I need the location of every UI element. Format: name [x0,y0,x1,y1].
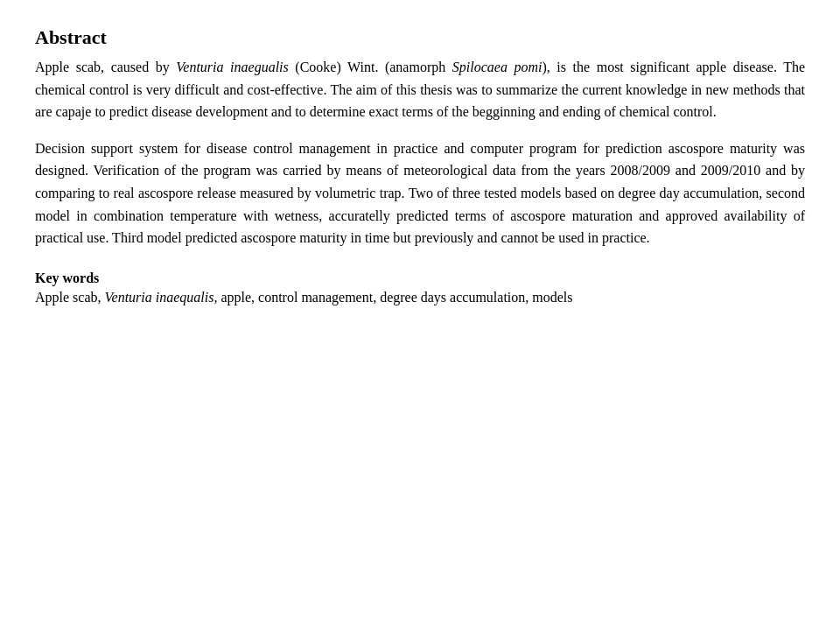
venturia-inaequalis-kw: Venturia inaequalis, [105,290,218,305]
abstract-paragraph-2: Decision support system for disease cont… [35,137,805,249]
key-words-title: Key words [35,270,99,285]
text-apple-scab-start: Apple scab, caused by [35,60,176,74]
abstract-title: Abstract [35,26,805,49]
key-words-section: Key words Apple scab, Venturia inaequali… [35,270,805,309]
key-words-start: Apple scab, [35,290,105,305]
key-words-end: apple, control management, degree days a… [217,290,572,305]
text-anamorph: (Cooke) Wint. (anamorph [289,60,452,74]
venturia-inaegualis: Venturia inaegualis [176,60,288,74]
spilocaea-pomi: Spilocaea pomi [452,60,542,74]
abstract-body: Apple scab, caused by Venturia inaeguali… [35,56,805,249]
abstract-paragraph-1: Apple scab, caused by Venturia inaeguali… [35,56,805,123]
abstract-section: Abstract Apple scab, caused by Venturia … [35,26,805,308]
key-words-body: Apple scab, Venturia inaequalis, apple, … [35,290,573,305]
